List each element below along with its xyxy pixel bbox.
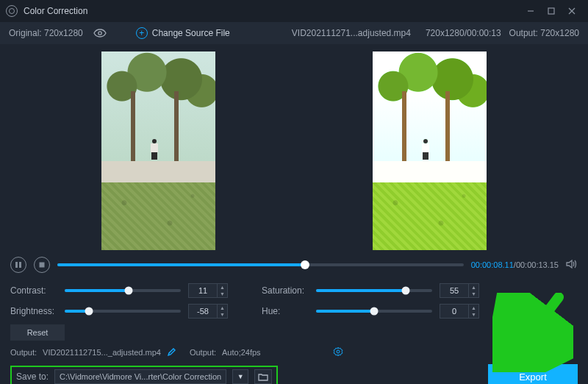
reset-button[interactable]: Reset xyxy=(10,324,65,341)
maximize-button[interactable] xyxy=(541,1,562,21)
chevron-down-icon[interactable]: ▼ xyxy=(469,311,478,318)
original-dimensions-label: Original: 720x1280 xyxy=(9,28,83,38)
current-time: 00:00:08.11 xyxy=(471,260,514,269)
save-to-row: Save to: C:\Vidmore\Vidmore Vi...rter\Co… xyxy=(10,366,278,384)
total-time: 00:00:13.15 xyxy=(516,260,559,269)
close-button[interactable] xyxy=(562,1,582,21)
contrast-slider[interactable] xyxy=(65,289,181,292)
hue-spinner[interactable]: 0 ▲▼ xyxy=(440,304,479,319)
save-to-label: Save to: xyxy=(16,371,49,382)
output-dimensions-label: Output: 720x1280 xyxy=(509,28,579,38)
saturation-slider[interactable] xyxy=(316,289,432,292)
chevron-up-icon[interactable]: ▲ xyxy=(218,305,227,311)
change-source-label: Change Source File xyxy=(152,28,230,38)
preview-area xyxy=(0,44,588,254)
brightness-slider[interactable] xyxy=(65,310,181,313)
chevron-down-icon[interactable]: ▼ xyxy=(469,291,478,297)
svg-point-8 xyxy=(337,350,340,353)
output-prefix: Output: xyxy=(10,348,37,357)
change-source-button[interactable]: + Change Source File xyxy=(136,27,230,39)
save-path-dropdown[interactable]: ▼ xyxy=(232,369,248,384)
contrast-spinner[interactable]: 11 ▲▼ xyxy=(188,283,228,298)
saturation-value: 55 xyxy=(440,286,468,295)
plus-circle-icon: + xyxy=(136,27,148,39)
app-logo-icon xyxy=(6,5,18,17)
playback-time: 00:00:08.11/00:00:13.15 xyxy=(471,260,559,269)
adjustment-controls: Contrast: 11 ▲▼ Saturation: 55 ▲▼ Bright… xyxy=(0,279,588,341)
output-format-prefix: Output: xyxy=(190,348,216,357)
window-title: Color Correction xyxy=(24,6,520,16)
svg-rect-1 xyxy=(548,8,554,14)
output-info-bar: Output: VID2021112715..._adjusted.mp4 Ou… xyxy=(0,341,588,361)
titlebar: Color Correction xyxy=(0,0,588,22)
svg-rect-6 xyxy=(20,262,22,268)
contrast-label: Contrast: xyxy=(10,285,57,296)
brightness-value: -58 xyxy=(189,307,217,316)
preview-toggle-icon[interactable] xyxy=(93,29,107,38)
minimize-button[interactable] xyxy=(520,1,541,21)
chevron-up-icon[interactable]: ▲ xyxy=(218,284,227,291)
source-dimensions: 720x1280/00:00:13 xyxy=(426,28,501,38)
saturation-spinner[interactable]: 55 ▲▼ xyxy=(440,283,479,298)
stop-button[interactable] xyxy=(34,257,50,273)
contrast-value: 11 xyxy=(189,286,217,295)
hue-slider[interactable] xyxy=(316,310,432,313)
chevron-up-icon[interactable]: ▲ xyxy=(469,305,478,311)
chevron-up-icon[interactable]: ▲ xyxy=(469,284,478,291)
header-bar: Original: 720x1280 + Change Source File … xyxy=(0,22,588,44)
volume-icon[interactable] xyxy=(566,259,578,271)
settings-button[interactable] xyxy=(333,346,343,358)
playback-bar: 00:00:08.11/00:00:13.15 xyxy=(0,254,588,279)
pause-button[interactable] xyxy=(10,257,26,273)
chevron-down-icon[interactable]: ▼ xyxy=(218,311,227,318)
save-path-field[interactable]: C:\Vidmore\Vidmore Vi...rter\Color Corre… xyxy=(54,369,226,384)
export-button[interactable]: Export xyxy=(488,364,578,384)
svg-rect-5 xyxy=(15,262,18,268)
open-folder-button[interactable] xyxy=(254,369,272,384)
output-format: Auto;24fps xyxy=(222,348,261,357)
svg-rect-7 xyxy=(40,263,44,267)
brightness-label: Brightness: xyxy=(10,306,57,316)
saturation-label: Saturation: xyxy=(262,285,309,296)
original-preview xyxy=(101,51,215,250)
seek-slider[interactable] xyxy=(57,263,464,266)
adjusted-preview xyxy=(373,51,487,250)
svg-point-4 xyxy=(98,32,101,35)
source-filename: VID202111271...adjusted.mp4 xyxy=(292,28,411,38)
brightness-spinner[interactable]: -58 ▲▼ xyxy=(188,304,228,319)
bottom-bar: Save to: C:\Vidmore\Vidmore Vi...rter\Co… xyxy=(0,361,588,384)
edit-filename-button[interactable] xyxy=(167,347,176,358)
output-filename: VID2021112715..._adjusted.mp4 xyxy=(43,348,161,357)
hue-label: Hue: xyxy=(262,306,309,316)
hue-value: 0 xyxy=(440,307,468,316)
chevron-down-icon[interactable]: ▼ xyxy=(218,291,227,297)
